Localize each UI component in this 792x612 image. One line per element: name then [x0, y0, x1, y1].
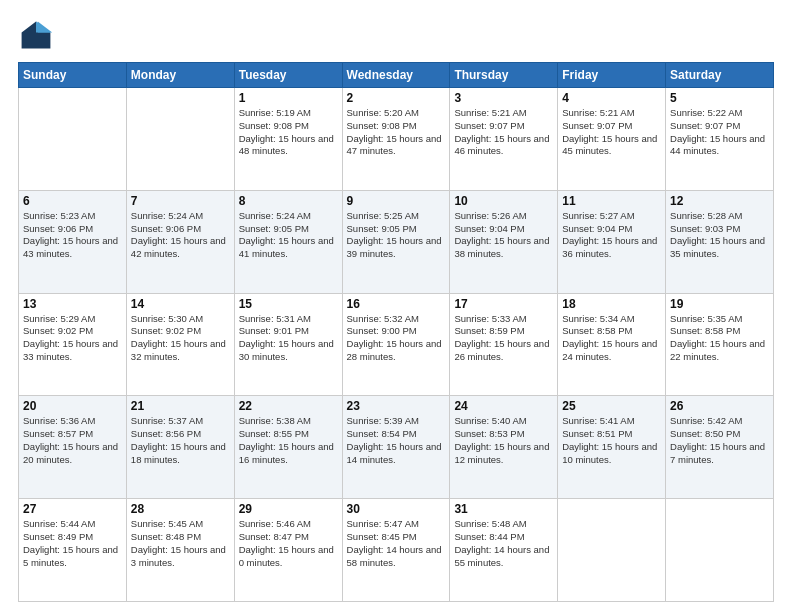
day-info: Sunrise: 5:37 AM Sunset: 8:56 PM Dayligh…	[131, 415, 230, 466]
day-number: 14	[131, 297, 230, 311]
page: SundayMondayTuesdayWednesdayThursdayFrid…	[0, 0, 792, 612]
day-number: 6	[23, 194, 122, 208]
day-info: Sunrise: 5:33 AM Sunset: 8:59 PM Dayligh…	[454, 313, 553, 364]
day-info: Sunrise: 5:24 AM Sunset: 9:05 PM Dayligh…	[239, 210, 338, 261]
day-info: Sunrise: 5:30 AM Sunset: 9:02 PM Dayligh…	[131, 313, 230, 364]
day-number: 29	[239, 502, 338, 516]
calendar-header-sunday: Sunday	[19, 63, 127, 88]
day-number: 23	[347, 399, 446, 413]
day-number: 9	[347, 194, 446, 208]
day-number: 2	[347, 91, 446, 105]
day-info: Sunrise: 5:24 AM Sunset: 9:06 PM Dayligh…	[131, 210, 230, 261]
day-number: 22	[239, 399, 338, 413]
logo-icon	[18, 18, 54, 54]
week-row-1: 1Sunrise: 5:19 AM Sunset: 9:08 PM Daylig…	[19, 88, 774, 191]
calendar-cell: 8Sunrise: 5:24 AM Sunset: 9:05 PM Daylig…	[234, 190, 342, 293]
day-info: Sunrise: 5:41 AM Sunset: 8:51 PM Dayligh…	[562, 415, 661, 466]
day-info: Sunrise: 5:26 AM Sunset: 9:04 PM Dayligh…	[454, 210, 553, 261]
day-info: Sunrise: 5:31 AM Sunset: 9:01 PM Dayligh…	[239, 313, 338, 364]
calendar-cell: 4Sunrise: 5:21 AM Sunset: 9:07 PM Daylig…	[558, 88, 666, 191]
day-number: 19	[670, 297, 769, 311]
day-info: Sunrise: 5:40 AM Sunset: 8:53 PM Dayligh…	[454, 415, 553, 466]
day-number: 24	[454, 399, 553, 413]
calendar-cell: 19Sunrise: 5:35 AM Sunset: 8:58 PM Dayli…	[666, 293, 774, 396]
calendar-cell: 10Sunrise: 5:26 AM Sunset: 9:04 PM Dayli…	[450, 190, 558, 293]
calendar-header-row: SundayMondayTuesdayWednesdayThursdayFrid…	[19, 63, 774, 88]
calendar-cell: 9Sunrise: 5:25 AM Sunset: 9:05 PM Daylig…	[342, 190, 450, 293]
calendar-cell: 13Sunrise: 5:29 AM Sunset: 9:02 PM Dayli…	[19, 293, 127, 396]
calendar-cell: 7Sunrise: 5:24 AM Sunset: 9:06 PM Daylig…	[126, 190, 234, 293]
calendar-cell: 2Sunrise: 5:20 AM Sunset: 9:08 PM Daylig…	[342, 88, 450, 191]
day-info: Sunrise: 5:22 AM Sunset: 9:07 PM Dayligh…	[670, 107, 769, 158]
calendar-table: SundayMondayTuesdayWednesdayThursdayFrid…	[18, 62, 774, 602]
calendar-cell: 28Sunrise: 5:45 AM Sunset: 8:48 PM Dayli…	[126, 499, 234, 602]
week-row-4: 20Sunrise: 5:36 AM Sunset: 8:57 PM Dayli…	[19, 396, 774, 499]
day-number: 11	[562, 194, 661, 208]
calendar-cell	[126, 88, 234, 191]
calendar-cell: 11Sunrise: 5:27 AM Sunset: 9:04 PM Dayli…	[558, 190, 666, 293]
week-row-5: 27Sunrise: 5:44 AM Sunset: 8:49 PM Dayli…	[19, 499, 774, 602]
calendar-cell: 3Sunrise: 5:21 AM Sunset: 9:07 PM Daylig…	[450, 88, 558, 191]
week-row-2: 6Sunrise: 5:23 AM Sunset: 9:06 PM Daylig…	[19, 190, 774, 293]
calendar-header-thursday: Thursday	[450, 63, 558, 88]
calendar-cell	[19, 88, 127, 191]
day-info: Sunrise: 5:21 AM Sunset: 9:07 PM Dayligh…	[562, 107, 661, 158]
day-number: 17	[454, 297, 553, 311]
day-info: Sunrise: 5:47 AM Sunset: 8:45 PM Dayligh…	[347, 518, 446, 569]
calendar-cell: 16Sunrise: 5:32 AM Sunset: 9:00 PM Dayli…	[342, 293, 450, 396]
day-info: Sunrise: 5:35 AM Sunset: 8:58 PM Dayligh…	[670, 313, 769, 364]
day-info: Sunrise: 5:42 AM Sunset: 8:50 PM Dayligh…	[670, 415, 769, 466]
calendar-cell: 24Sunrise: 5:40 AM Sunset: 8:53 PM Dayli…	[450, 396, 558, 499]
calendar-cell: 18Sunrise: 5:34 AM Sunset: 8:58 PM Dayli…	[558, 293, 666, 396]
day-info: Sunrise: 5:25 AM Sunset: 9:05 PM Dayligh…	[347, 210, 446, 261]
day-number: 16	[347, 297, 446, 311]
calendar-header-friday: Friday	[558, 63, 666, 88]
calendar-cell: 27Sunrise: 5:44 AM Sunset: 8:49 PM Dayli…	[19, 499, 127, 602]
calendar-cell: 26Sunrise: 5:42 AM Sunset: 8:50 PM Dayli…	[666, 396, 774, 499]
day-info: Sunrise: 5:23 AM Sunset: 9:06 PM Dayligh…	[23, 210, 122, 261]
day-number: 28	[131, 502, 230, 516]
calendar-cell: 21Sunrise: 5:37 AM Sunset: 8:56 PM Dayli…	[126, 396, 234, 499]
day-number: 15	[239, 297, 338, 311]
day-info: Sunrise: 5:39 AM Sunset: 8:54 PM Dayligh…	[347, 415, 446, 466]
day-number: 7	[131, 194, 230, 208]
day-number: 4	[562, 91, 661, 105]
day-info: Sunrise: 5:27 AM Sunset: 9:04 PM Dayligh…	[562, 210, 661, 261]
calendar-cell: 31Sunrise: 5:48 AM Sunset: 8:44 PM Dayli…	[450, 499, 558, 602]
day-number: 27	[23, 502, 122, 516]
day-info: Sunrise: 5:44 AM Sunset: 8:49 PM Dayligh…	[23, 518, 122, 569]
day-info: Sunrise: 5:34 AM Sunset: 8:58 PM Dayligh…	[562, 313, 661, 364]
day-info: Sunrise: 5:28 AM Sunset: 9:03 PM Dayligh…	[670, 210, 769, 261]
day-info: Sunrise: 5:48 AM Sunset: 8:44 PM Dayligh…	[454, 518, 553, 569]
day-number: 5	[670, 91, 769, 105]
calendar-cell: 6Sunrise: 5:23 AM Sunset: 9:06 PM Daylig…	[19, 190, 127, 293]
day-info: Sunrise: 5:46 AM Sunset: 8:47 PM Dayligh…	[239, 518, 338, 569]
calendar-cell: 29Sunrise: 5:46 AM Sunset: 8:47 PM Dayli…	[234, 499, 342, 602]
day-info: Sunrise: 5:45 AM Sunset: 8:48 PM Dayligh…	[131, 518, 230, 569]
day-number: 13	[23, 297, 122, 311]
calendar-cell	[558, 499, 666, 602]
calendar-cell: 23Sunrise: 5:39 AM Sunset: 8:54 PM Dayli…	[342, 396, 450, 499]
week-row-3: 13Sunrise: 5:29 AM Sunset: 9:02 PM Dayli…	[19, 293, 774, 396]
calendar-header-monday: Monday	[126, 63, 234, 88]
day-number: 1	[239, 91, 338, 105]
day-number: 12	[670, 194, 769, 208]
day-number: 21	[131, 399, 230, 413]
day-number: 3	[454, 91, 553, 105]
calendar-cell: 14Sunrise: 5:30 AM Sunset: 9:02 PM Dayli…	[126, 293, 234, 396]
calendar-header-saturday: Saturday	[666, 63, 774, 88]
day-number: 10	[454, 194, 553, 208]
calendar-cell	[666, 499, 774, 602]
day-number: 25	[562, 399, 661, 413]
calendar-cell: 17Sunrise: 5:33 AM Sunset: 8:59 PM Dayli…	[450, 293, 558, 396]
calendar-cell: 20Sunrise: 5:36 AM Sunset: 8:57 PM Dayli…	[19, 396, 127, 499]
calendar-cell: 30Sunrise: 5:47 AM Sunset: 8:45 PM Dayli…	[342, 499, 450, 602]
calendar-cell: 22Sunrise: 5:38 AM Sunset: 8:55 PM Dayli…	[234, 396, 342, 499]
calendar-header-wednesday: Wednesday	[342, 63, 450, 88]
day-number: 26	[670, 399, 769, 413]
day-number: 31	[454, 502, 553, 516]
calendar-cell: 12Sunrise: 5:28 AM Sunset: 9:03 PM Dayli…	[666, 190, 774, 293]
day-number: 18	[562, 297, 661, 311]
day-info: Sunrise: 5:20 AM Sunset: 9:08 PM Dayligh…	[347, 107, 446, 158]
calendar-cell: 25Sunrise: 5:41 AM Sunset: 8:51 PM Dayli…	[558, 396, 666, 499]
